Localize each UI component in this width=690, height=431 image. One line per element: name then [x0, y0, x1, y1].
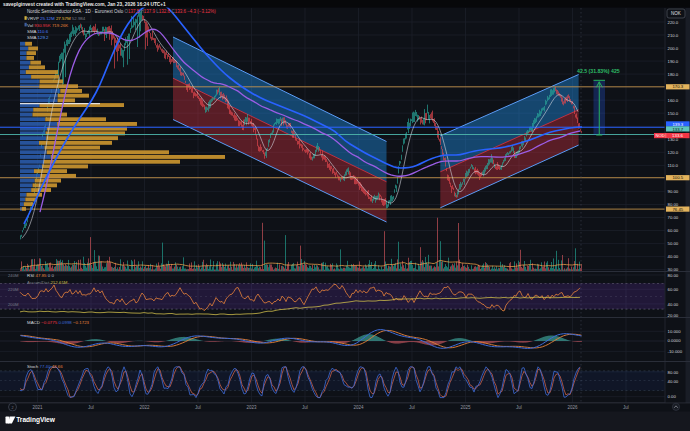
svg-text:SMA 129.2: SMA 129.2	[27, 35, 49, 40]
svg-text:80.00: 80.00	[668, 370, 679, 375]
svg-text:42.5 (31.83%) 425: 42.5 (31.83%) 425	[577, 68, 620, 74]
svg-text:20.00: 20.00	[668, 313, 679, 318]
svg-text:60.00: 60.00	[668, 228, 679, 233]
svg-text:80.00: 80.00	[668, 273, 679, 278]
svg-text:180.0: 180.0	[668, 72, 679, 77]
svg-text:190.0: 190.0	[668, 59, 679, 64]
svg-text:170.3: 170.3	[672, 84, 683, 89]
svg-text:Jul: Jul	[409, 405, 415, 410]
svg-text:2026: 2026	[567, 405, 578, 410]
svg-text:2: 2	[11, 406, 13, 410]
svg-text:76.45: 76.45	[672, 207, 683, 212]
svg-text:Stoch 77.40 43.66: Stoch 77.40 43.66	[27, 364, 63, 369]
svg-text:150.0: 150.0	[668, 111, 679, 116]
svg-text:Accum/Dist 212.61M: Accum/Dist 212.61M	[27, 280, 68, 285]
svg-text:2024: 2024	[353, 405, 364, 410]
svg-text:2025: 2025	[460, 405, 471, 410]
svg-text:200M: 200M	[8, 302, 19, 307]
svg-text:220.0: 220.0	[668, 20, 679, 25]
svg-text:Jul: Jul	[302, 405, 308, 410]
svg-text:0.00: 0.00	[668, 394, 677, 399]
svg-text:saveplginvest created with Tra: saveplginvest created with TradingView.c…	[3, 2, 166, 7]
svg-text:110.0: 110.0	[668, 163, 679, 168]
svg-text:40.00: 40.00	[668, 379, 679, 384]
svg-text:NOD: NOD	[656, 133, 665, 138]
svg-text:MACD −0.0775 0.0998 −0.1723: MACD −0.0775 0.0998 −0.1723	[27, 320, 90, 325]
svg-text:Jul: Jul	[195, 405, 201, 410]
svg-text:133.6: 133.6	[672, 133, 683, 138]
svg-text:2021: 2021	[32, 405, 43, 410]
svg-text:Jul: Jul	[623, 405, 629, 410]
svg-text:Jul: Jul	[88, 405, 94, 410]
svg-text:90.00: 90.00	[668, 189, 679, 194]
svg-text:VRVP 25.12M 27.57M 52.984: VRVP 25.12M 27.57M 52.984	[27, 16, 86, 21]
svg-text:50.00: 50.00	[668, 241, 679, 246]
svg-text:NOK: NOK	[671, 11, 681, 16]
svg-text:RSI 47.85 0 0: RSI 47.85 0 0	[27, 273, 54, 278]
svg-text:160.0: 160.0	[668, 98, 679, 103]
svg-text:Jul: Jul	[516, 405, 522, 410]
svg-text:Nordic Semiconductor ASA · 1D: Nordic Semiconductor ASA · 1D · Euronext…	[27, 9, 216, 14]
svg-text:2022: 2022	[139, 405, 150, 410]
svg-text:10.000: 10.000	[668, 329, 682, 334]
svg-text:TradingView: TradingView	[16, 416, 56, 424]
svg-text:240M: 240M	[8, 273, 19, 278]
svg-text:200.0: 200.0	[668, 46, 679, 51]
svg-text:100.5: 100.5	[672, 175, 683, 180]
svg-text:220M: 220M	[8, 287, 19, 292]
svg-text:120.0: 120.0	[668, 150, 679, 155]
svg-text:133.7: 133.7	[672, 127, 683, 132]
svg-text:210.0: 210.0	[668, 33, 679, 38]
svg-text:SMA 110.6: SMA 110.6	[27, 29, 49, 34]
svg-text:0.0000: 0.0000	[668, 338, 682, 343]
svg-text:40.00: 40.00	[668, 302, 679, 307]
svg-text:30.00: 30.00	[668, 267, 679, 272]
svg-text:Vol 930.95K 719.26K: Vol 930.95K 719.26K	[27, 23, 68, 28]
svg-text:40.00: 40.00	[668, 254, 679, 259]
svg-text:-10.000: -10.000	[668, 349, 683, 354]
svg-text:60.00: 60.00	[668, 287, 679, 292]
svg-text:2023: 2023	[246, 405, 257, 410]
svg-text:70.00: 70.00	[668, 215, 679, 220]
